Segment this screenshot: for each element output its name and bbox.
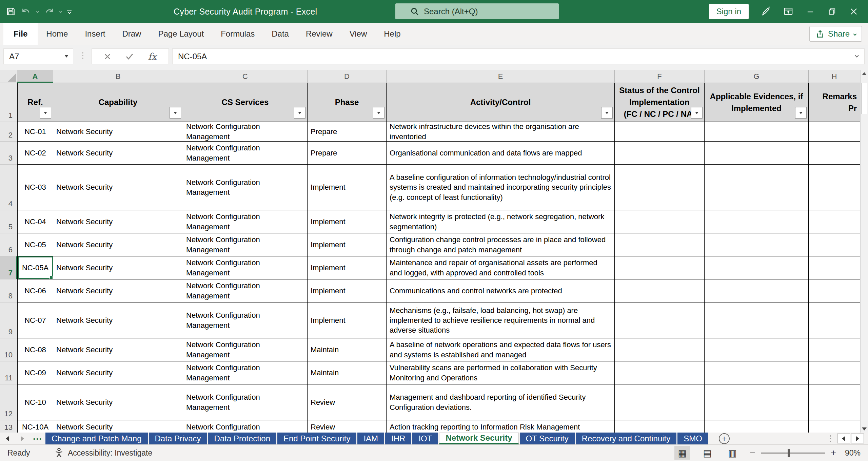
cell-H2[interactable] — [809, 122, 860, 142]
cell-E6[interactable]: Configuration change control processes a… — [387, 233, 615, 256]
cell-D10[interactable]: Maintain — [308, 338, 387, 361]
sign-in-button[interactable]: Sign in — [709, 4, 749, 19]
cell-H13[interactable] — [809, 420, 860, 433]
row-header-12[interactable]: 12 — [0, 384, 17, 420]
cell-B4[interactable]: Network Security — [53, 165, 183, 210]
ribbon-tab-view[interactable]: View — [341, 23, 376, 45]
minimize-icon[interactable] — [806, 7, 815, 16]
name-box[interactable]: A7 — [3, 48, 73, 64]
filter-button-C[interactable] — [294, 107, 305, 119]
cell-B13[interactable]: Network Security — [53, 420, 183, 433]
cell-E4[interactable]: A baseline configuration of information … — [387, 165, 615, 210]
ribbon-tab-page-layout[interactable]: Page Layout — [150, 23, 212, 45]
column-header-C[interactable]: C — [183, 70, 308, 83]
sheet-tab-end-point-security[interactable]: End Point Security — [277, 433, 356, 444]
filter-button-E[interactable] — [601, 107, 613, 119]
cell-H10[interactable] — [809, 338, 860, 361]
cell-B6[interactable]: Network Security — [53, 233, 183, 256]
sheet-tab-ot-security[interactable]: OT Security — [520, 433, 575, 444]
sheet-tab-data-protection[interactable]: Data Protection — [208, 433, 276, 444]
page-break-view-icon[interactable]: ▥ — [725, 446, 740, 460]
cell-B2[interactable]: Network Security — [53, 122, 183, 142]
cell-F11[interactable] — [615, 361, 705, 384]
scroll-up-icon[interactable] — [861, 72, 868, 75]
row-header-10[interactable]: 10 — [0, 338, 17, 361]
cell-H3[interactable] — [809, 142, 860, 165]
cell-C2[interactable]: Network Configuration Management — [183, 122, 308, 142]
cell-D9[interactable]: Implement — [308, 302, 387, 338]
ribbon-tab-formulas[interactable]: Formulas — [212, 23, 263, 45]
cell-B8[interactable]: Network Security — [53, 279, 183, 302]
column-header-H[interactable]: H — [809, 70, 860, 83]
cell-H5[interactable] — [809, 210, 860, 233]
sheet-tab-change-and-patch-mang[interactable]: Change and Patch Mang — [45, 433, 148, 444]
tabbar-splitter[interactable] — [830, 435, 831, 442]
row-header-8[interactable]: 8 — [0, 279, 17, 302]
cell-H12[interactable] — [809, 384, 860, 420]
cell-G11[interactable] — [705, 361, 809, 384]
cell-G8[interactable] — [705, 279, 809, 302]
cell-E7[interactable]: Maintenance and repair of organisational… — [387, 256, 615, 279]
share-dropdown-icon[interactable] — [853, 32, 857, 36]
search-bar[interactable] — [395, 3, 559, 19]
cell-C8[interactable]: Network Configuration Management — [183, 279, 308, 302]
ribbon-tab-review[interactable]: Review — [297, 23, 341, 45]
ribbon-tab-home[interactable]: Home — [38, 23, 76, 45]
cell-E8[interactable]: Communications and control networks are … — [387, 279, 615, 302]
column-header-G[interactable]: G — [705, 70, 809, 83]
sheet-tab-network-security[interactable]: Network Security — [439, 433, 518, 444]
cell-C11[interactable]: Network Configuration Management — [183, 361, 308, 384]
cell-A7[interactable]: NC-05A — [17, 256, 53, 279]
filter-button-G[interactable] — [795, 107, 807, 119]
cell-F10[interactable] — [615, 338, 705, 361]
cell-B3[interactable]: Network Security — [53, 142, 183, 165]
scroll-left-icon[interactable] — [837, 434, 850, 443]
cell-A11[interactable]: NC-09 — [17, 361, 53, 384]
ribbon-tab-draw[interactable]: Draw — [114, 23, 150, 45]
cell-C13[interactable]: Network Configuration — [183, 420, 308, 433]
cell-A12[interactable]: NC-10 — [17, 384, 53, 420]
column-header-B[interactable]: B — [53, 70, 183, 83]
sheet-tab-ihr[interactable]: IHR — [385, 433, 411, 444]
cell-B11[interactable]: Network Security — [53, 361, 183, 384]
cell-D2[interactable]: Prepare — [308, 122, 387, 142]
cell-G10[interactable] — [705, 338, 809, 361]
cell-H7[interactable] — [809, 256, 860, 279]
formula-bar-splitter[interactable] — [82, 52, 83, 59]
cell-H8[interactable] — [809, 279, 860, 302]
cell-C7[interactable]: Network Configuration Management — [183, 256, 308, 279]
vertical-scrollbar-thumb[interactable] — [861, 83, 867, 114]
redo-dropdown-icon[interactable] — [59, 10, 62, 13]
cell-A8[interactable]: NC-06 — [17, 279, 53, 302]
cell-B12[interactable]: Network Security — [53, 384, 183, 420]
row-header-7[interactable]: 7 — [0, 256, 17, 279]
name-box-dropdown-icon[interactable] — [65, 55, 68, 58]
ribbon-tab-data[interactable]: Data — [263, 23, 297, 45]
sheet-tab-iam[interactable]: IAM — [357, 433, 384, 444]
cell-A9[interactable]: NC-07 — [17, 302, 53, 338]
cell-F2[interactable] — [615, 122, 705, 142]
column-header-E[interactable]: E — [387, 70, 615, 83]
cell-H6[interactable] — [809, 233, 860, 256]
expand-formula-bar-icon[interactable] — [855, 54, 859, 57]
cell-H9[interactable] — [809, 302, 860, 338]
close-icon[interactable] — [849, 7, 859, 16]
cell-F6[interactable] — [615, 233, 705, 256]
cell-A3[interactable]: NC-02 — [17, 142, 53, 165]
cell-A10[interactable]: NC-08 — [17, 338, 53, 361]
sheet-tab-iot[interactable]: IOT — [412, 433, 438, 444]
cell-D8[interactable]: Implement — [308, 279, 387, 302]
cell-E10[interactable]: A baseline of network operations and exp… — [387, 338, 615, 361]
select-all-button[interactable] — [0, 70, 17, 83]
sheet-tab-smo[interactable]: SMO — [677, 433, 708, 444]
cell-C6[interactable]: Network Configuration Management — [183, 233, 308, 256]
cell-G2[interactable] — [705, 122, 809, 142]
zoom-slider[interactable] — [761, 453, 825, 454]
ribbon-tab-help[interactable]: Help — [375, 23, 409, 45]
cell-A5[interactable]: NC-04 — [17, 210, 53, 233]
ribbon-tab-file[interactable]: File — [3, 23, 38, 45]
cell-F4[interactable] — [615, 165, 705, 210]
restore-window-icon[interactable] — [827, 7, 837, 16]
formula-input[interactable]: NC-05A — [172, 48, 865, 64]
ribbon-tab-insert[interactable]: Insert — [76, 23, 114, 45]
